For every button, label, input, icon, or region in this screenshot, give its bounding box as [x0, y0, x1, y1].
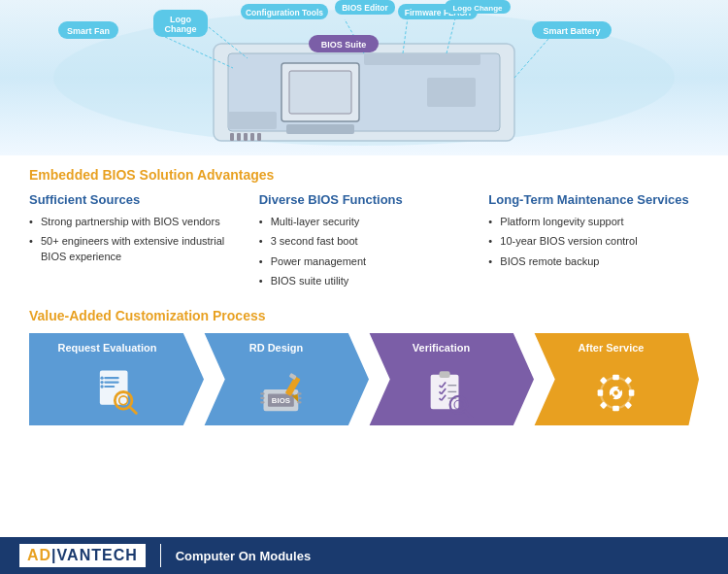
svg-rect-6 — [228, 112, 277, 129]
svg-rect-9 — [230, 133, 234, 141]
col1-list: Strong partnership with BIOS vendors 50+… — [29, 215, 240, 264]
svg-rect-83 — [624, 376, 632, 384]
list-item: 3 second fast boot — [259, 234, 470, 249]
step-rd-design: RD Design — [194, 333, 369, 425]
step4-label: After Service — [579, 341, 654, 355]
step2-content: RD Design — [194, 333, 369, 425]
bios-diagram: BIOS Suite Configuration Tools BIOS Edit… — [0, 0, 728, 155]
svg-rect-52 — [260, 396, 264, 398]
svg-line-75 — [465, 411, 472, 418]
svg-point-45 — [100, 376, 103, 379]
step1-label: Request Evaluation — [57, 341, 176, 355]
svg-rect-39 — [104, 377, 118, 379]
svg-rect-12 — [250, 133, 254, 141]
svg-point-47 — [100, 385, 103, 388]
svg-rect-10 — [237, 133, 241, 141]
footer: AD|VANTECH Computer On Modules — [0, 537, 728, 574]
list-item: BIOS remote backup — [488, 254, 699, 269]
process-section: Value-Added Customization Process Reques… — [29, 308, 699, 425]
svg-line-44 — [130, 407, 137, 414]
advantages-grid: Sufficient Sources Strong partnership wi… — [29, 192, 699, 294]
svg-rect-51 — [260, 392, 264, 394]
svg-rect-41 — [104, 385, 115, 387]
svg-rect-53 — [260, 401, 264, 403]
svg-point-89 — [613, 390, 617, 394]
logo-vantech: |VANTECH — [51, 547, 138, 563]
col-sufficient-sources: Sufficient Sources Strong partnership wi… — [29, 192, 240, 294]
list-item: Power management — [259, 254, 470, 269]
step1-chevron: Request Evaluation — [29, 333, 204, 425]
col-diverse-bios: Diverse BIOS Functions Multi-layer secur… — [259, 192, 470, 294]
svg-rect-8 — [427, 78, 476, 107]
step-verification: Verification — [359, 333, 534, 425]
svg-rect-5 — [364, 53, 480, 65]
step2-label: RD Design — [249, 341, 323, 355]
svg-text:BIOS Suite: BIOS Suite — [321, 40, 367, 50]
svg-text:Smart Fan: Smart Fan — [67, 26, 110, 36]
step4-icon — [591, 368, 641, 418]
svg-rect-80 — [598, 389, 604, 396]
col2-heading: Diverse BIOS Functions — [259, 192, 470, 207]
step1-icon — [91, 366, 143, 418]
svg-rect-56 — [297, 401, 301, 403]
svg-rect-54 — [297, 392, 301, 394]
col3-list: Platform longevity support 10-year BIOS … — [488, 215, 699, 269]
section1-title: Embedded BIOS Solution Advantages — [29, 167, 699, 183]
col1-heading: Sufficient Sources — [29, 192, 240, 207]
svg-text:BIOS: BIOS — [271, 395, 289, 404]
step3-label: Verification — [413, 341, 489, 355]
step3-content: Verification — [359, 333, 534, 425]
step3-icon — [424, 368, 478, 418]
list-item: 50+ engineers with extensive industrial … — [29, 234, 240, 264]
svg-rect-13 — [257, 133, 261, 141]
col-long-term: Long-Term Maintenance Services Platform … — [488, 192, 699, 294]
svg-rect-81 — [629, 389, 635, 396]
step1-content: Request Evaluation — [29, 333, 204, 425]
col2-list: Multi-layer security 3 second fast boot … — [259, 215, 470, 289]
svg-rect-11 — [244, 133, 248, 141]
svg-rect-4 — [289, 71, 351, 114]
svg-text:BIOS Editor: BIOS Editor — [342, 3, 388, 13]
svg-text:Smart Battery: Smart Battery — [543, 26, 600, 36]
svg-point-46 — [100, 380, 103, 383]
svg-rect-40 — [104, 381, 118, 383]
footer-logo: AD|VANTECH — [19, 544, 146, 567]
process-title: Value-Added Customization Process — [29, 308, 699, 323]
list-item: Multi-layer security — [259, 215, 470, 229]
svg-rect-85 — [624, 401, 632, 409]
svg-text:Configuration Tools: Configuration Tools — [246, 8, 323, 17]
svg-rect-78 — [612, 374, 619, 380]
step3-chevron: Verification — [359, 333, 534, 425]
main-content: Embedded BIOS Solution Advantages Suffic… — [0, 155, 728, 435]
svg-rect-63 — [439, 371, 449, 378]
footer-divider — [160, 544, 161, 567]
step2-icon: BIOS — [259, 372, 314, 418]
step2-chevron: RD Design — [194, 333, 369, 425]
logo-ad: AD — [27, 547, 51, 563]
svg-rect-84 — [600, 401, 608, 409]
list-item: BIOS suite utility — [259, 274, 470, 288]
list-item: 10-year BIOS version control — [488, 234, 699, 249]
step-after-service: After Service — [524, 333, 699, 425]
process-steps: Request Evaluation — [29, 333, 699, 425]
step-request-evaluation: Request Evaluation — [29, 333, 204, 425]
col3-heading: Long-Term Maintenance Services — [488, 192, 699, 207]
list-item: Platform longevity support — [488, 215, 699, 229]
svg-rect-82 — [600, 376, 608, 384]
footer-brand: AD|VANTECH — [19, 544, 146, 567]
diagram-section: BIOS Suite Configuration Tools BIOS Edit… — [0, 0, 728, 155]
step4-chevron: After Service — [524, 333, 699, 425]
list-item: Strong partnership with BIOS vendors — [29, 215, 240, 229]
svg-rect-7 — [286, 124, 354, 134]
svg-text:Logo Change: Logo Change — [452, 4, 503, 13]
footer-tagline: Computer On Modules — [176, 549, 311, 563]
svg-text:Change: Change — [164, 24, 196, 34]
step4-content: After Service — [524, 333, 699, 425]
svg-rect-79 — [612, 405, 619, 411]
svg-text:Logo: Logo — [170, 15, 191, 24]
